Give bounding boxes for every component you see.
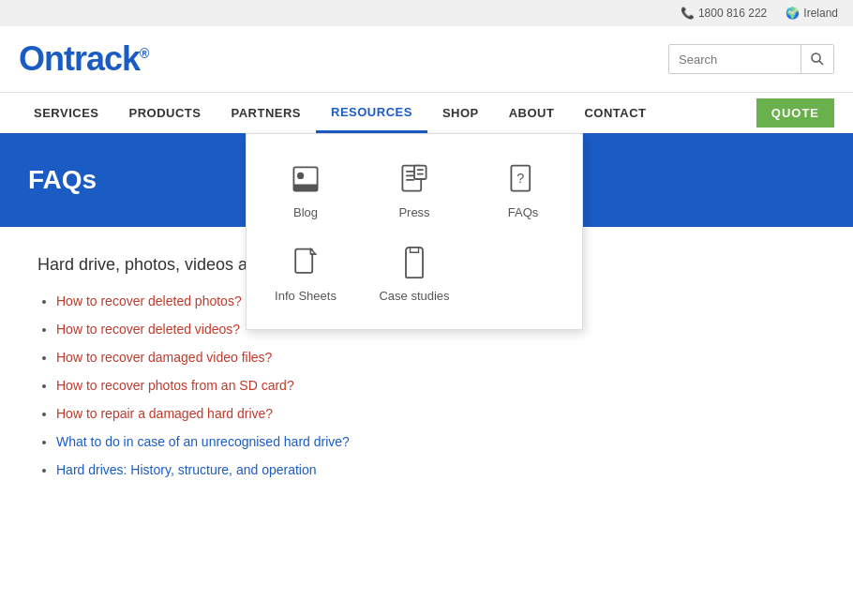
nav-item-partners[interactable]: PARTNERS: [216, 95, 316, 131]
list-item: How to repair a damaged hard drive?: [56, 406, 806, 421]
blog-icon: [287, 160, 324, 198]
quote-button[interactable]: QUOTE: [756, 98, 834, 128]
region-label: Ireland: [803, 7, 838, 20]
logo[interactable]: Ontrack®: [19, 39, 148, 79]
search-input[interactable]: [669, 53, 801, 67]
dropdown-item-faqs[interactable]: ? FAQs: [473, 153, 573, 227]
list-item: What to do in case of an unrecognised ha…: [56, 434, 806, 449]
nav-item-contact[interactable]: CONTACT: [569, 95, 661, 131]
logo-text: Ontrack: [19, 39, 140, 78]
dropdown-item-info-sheets[interactable]: Info Sheets: [256, 236, 355, 310]
dropdown-row1: Blog Press: [256, 153, 573, 227]
nav-item-resources[interactable]: RESOURCES: [316, 94, 427, 133]
svg-rect-11: [417, 173, 424, 175]
info-sheets-icon: [287, 244, 324, 281]
search-icon: [811, 53, 824, 66]
faq-link-2[interactable]: How to recover deleted videos?: [56, 322, 240, 337]
faqs-icon: ?: [504, 160, 542, 198]
dropdown-item-blog[interactable]: Blog: [256, 153, 355, 227]
faqs-label: FAQs: [508, 205, 539, 219]
svg-rect-14: [295, 249, 312, 273]
header: Ontrack®: [0, 26, 853, 92]
list-item: How to recover damaged video files?: [56, 350, 806, 365]
search-box: [668, 44, 834, 74]
nav-item-products[interactable]: PRODUCTS: [114, 95, 217, 131]
nav-item-services[interactable]: SERVICES: [19, 95, 114, 131]
resources-dropdown: Blog Press: [246, 133, 583, 330]
region-icon: 🌍: [786, 7, 800, 20]
dropdown-item-press[interactable]: Press: [365, 153, 464, 227]
blog-label: Blog: [293, 205, 318, 219]
case-studies-label: Case studies: [379, 289, 449, 303]
faq-link-6[interactable]: What to do in case of an unrecognised ha…: [56, 434, 350, 449]
press-icon: [396, 160, 433, 198]
hero-title: FAQs: [28, 165, 97, 195]
dropdown-item-case-studies[interactable]: Case studies: [365, 236, 464, 310]
case-studies-icon: [396, 244, 433, 281]
nav-wrapper: SERVICES PRODUCTS PARTNERS RESOURCES SHO…: [0, 92, 853, 133]
faq-link-5[interactable]: How to repair a damaged hard drive?: [56, 406, 273, 421]
svg-rect-4: [293, 184, 317, 190]
dropdown-row2: Info Sheets Case studies: [256, 236, 573, 310]
svg-rect-8: [406, 179, 414, 181]
phone-info: 📞 1800 816 222: [681, 7, 767, 20]
faq-link-4[interactable]: How to recover photos from an SD card?: [56, 378, 294, 393]
nav-item-about[interactable]: ABOUT: [494, 95, 570, 131]
list-item: Hard drives: History, structure, and ope…: [56, 462, 806, 477]
faq-link-7[interactable]: Hard drives: History, structure, and ope…: [56, 462, 317, 477]
search-button[interactable]: [801, 45, 833, 73]
top-bar: 📞 1800 816 222 🌍 Ireland: [0, 0, 853, 26]
main-nav: SERVICES PRODUCTS PARTNERS RESOURCES SHO…: [0, 92, 853, 133]
svg-point-3: [297, 173, 304, 179]
info-sheets-label: Info Sheets: [275, 289, 337, 303]
logo-registered: ®: [140, 46, 148, 61]
region-info[interactable]: 🌍 Ireland: [786, 7, 838, 20]
list-item: How to recover photos from an SD card?: [56, 378, 806, 393]
faq-link-3[interactable]: How to recover damaged video files?: [56, 350, 272, 365]
phone-number: 1800 816 222: [698, 7, 767, 20]
svg-rect-9: [414, 166, 426, 179]
nav-item-shop[interactable]: SHOP: [427, 95, 494, 131]
faq-link-1[interactable]: How to recover deleted photos?: [56, 293, 242, 308]
svg-point-0: [812, 53, 820, 62]
nav-items: SERVICES PRODUCTS PARTNERS RESOURCES SHO…: [19, 94, 756, 133]
phone-icon: 📞: [681, 7, 695, 20]
svg-rect-10: [417, 169, 424, 171]
press-label: Press: [398, 205, 429, 219]
svg-text:?: ?: [516, 171, 524, 186]
svg-line-1: [819, 61, 823, 65]
